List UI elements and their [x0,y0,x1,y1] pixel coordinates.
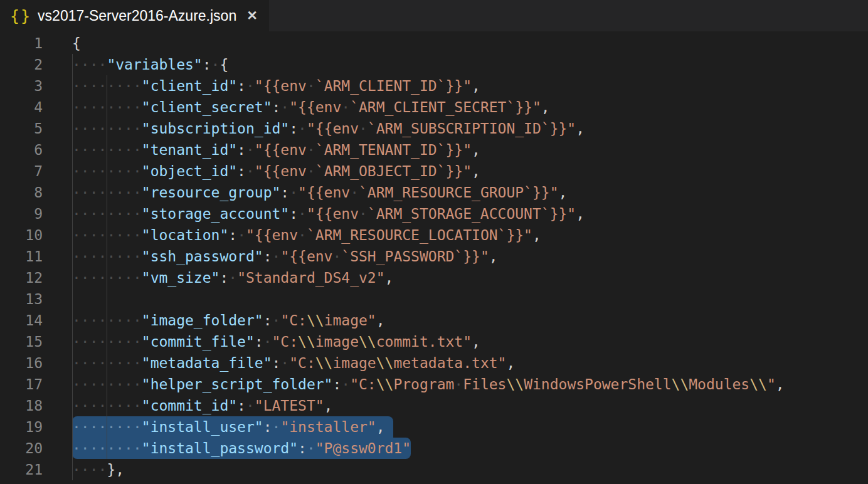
code-token: "client_secret" [142,99,272,115]
code-token: · [263,334,272,350]
code-token: "{{env [307,120,359,137]
line-number: 17 [0,374,43,395]
code-line[interactable]: ········"metadata_file":·"C:\\image\\met… [72,352,515,374]
code-token: , [489,248,498,265]
code-token: , [324,397,333,414]
code-line[interactable]: { [72,33,81,54]
code-token: `ARM_CLIENT_SECRET`}}" [350,99,541,115]
code-line[interactable]: ········"install_user":·"installer", [72,416,385,438]
code-token: \\ [749,376,767,392]
code-token: : [272,355,281,371]
code-token: `ARM_OBJECT_ID`}}" [315,163,472,179]
editor[interactable]: 1{2····"variables":·{3········"client_id… [0,31,868,484]
line-number: 2 [0,54,43,75]
code-line[interactable]: ········"client_secret":·"{{env·`ARM_CLI… [72,97,550,118]
code-token: , [472,78,480,94]
code-token: metadata.txt" [393,355,506,371]
code-token: : [237,142,246,158]
code-token: ···· [72,461,107,478]
code-token: "{{env [246,227,298,243]
line-number: 21 [0,459,43,480]
code-token: WindowsPowerShell [524,376,671,392]
line-number: 8 [0,182,43,203]
code-token: \\ [506,376,524,392]
code-token: , [506,355,515,371]
code-token: \\ [672,376,689,392]
code-token: `ARM_TENANT_ID`}}" [315,142,472,158]
code-token: ········ [72,163,142,179]
line-number: 4 [0,97,43,118]
code-token: : [228,227,237,243]
code-line[interactable]: ········"storage_account":·"{{env·`ARM_S… [72,203,585,224]
code-token: "location" [142,227,228,243]
code-token: "{{env [298,184,350,201]
code-token: : [289,120,298,137]
code-token: · [454,376,463,392]
tab-vs2017-server2016-azure-json[interactable]: {} vs2017-Server2016-Azure.json ✕ [0,0,269,31]
code-token: image" [324,312,376,329]
code-token: }, [107,461,124,478]
code-token: ········ [72,184,142,201]
code-token: · [246,397,255,414]
code-line[interactable]: ········"vm_size":·"Standard_DS4_v2", [72,267,393,288]
code-token: \\ [359,334,376,350]
code-line[interactable]: ········"commit_file":·"C:\\image\\commi… [72,331,480,352]
code-token: "C: [280,312,307,329]
code-token: ········ [72,440,142,456]
code-line[interactable]: ········"subscription_id":·"{{env·`ARM_S… [72,118,585,139]
code-token: : [263,419,272,435]
code-line[interactable]: ········"commit_id":·"LATEST", [72,395,332,416]
code-token: \\ [298,334,315,350]
code-token: , [472,142,480,158]
code-line[interactable]: ········"resource_group":·"{{env·`ARM_RE… [72,182,567,203]
code-token: { [220,56,228,73]
code-token: ········ [72,206,142,222]
code-token: "install_user" [142,419,263,435]
code-token: · [280,355,289,371]
code-line[interactable]: ········"install_password":·"P@ssw0rd1" [72,438,411,459]
code-token: ···· [72,56,107,73]
code-token: image [315,334,359,350]
code-token: ········ [72,78,142,94]
code-line[interactable]: ····"variables":·{ [72,54,228,75]
code-token: · [307,142,315,158]
code-token: · [341,99,350,115]
line-number: 9 [0,203,43,224]
json-braces-icon: {} [10,7,31,25]
code-token: ········ [72,355,142,371]
code-token: "LATEST" [255,397,324,414]
code-token: Files [463,376,506,392]
code-token: image [332,355,376,371]
code-token: `SSH_PASSWORD`}}" [341,248,489,265]
line-number: 5 [0,118,43,139]
code-token: · [246,142,255,158]
code-token: · [359,206,368,222]
line-number: 10 [0,224,43,246]
code-line[interactable]: ········"tenant_id":·"{{env·`ARM_TENANT_… [72,139,480,160]
code-token: · [298,206,307,222]
code-token: , [559,184,568,201]
code-token: "ssh_password" [142,248,263,265]
code-token: · [298,227,307,243]
code-line[interactable]: ········"ssh_password":·"{{env·`SSH_PASS… [72,246,498,267]
code-token: "object_id" [142,163,237,179]
code-line[interactable]: ········"location":·"{{env·`ARM_RESOURCE… [72,224,541,246]
code-token: `ARM_SUBSCRIPTION_ID`}}" [368,120,576,137]
code-line[interactable]: ········"helper_script_folder":·"C:\\Pro… [72,374,785,395]
code-token: "{{env [307,206,359,222]
code-line[interactable]: ········"image_folder":·"C:\\image", [72,310,385,331]
code-token: · [359,120,368,137]
code-token: "P@ssw0rd1" [315,440,411,456]
code-token: "Standard_DS4_v2" [237,270,384,286]
code-token: "variables" [107,56,202,73]
code-line[interactable]: ········"client_id":·"{{env·`ARM_CLIENT_… [72,75,480,97]
code-token: · [237,227,246,243]
code-line[interactable]: ········"object_id":·"{{env·`ARM_OBJECT_… [72,160,480,182]
code-token: \\ [315,355,333,371]
code-token: "tenant_id" [142,142,237,158]
tab-close-icon[interactable]: ✕ [246,8,258,23]
code-token: , [376,419,385,435]
code-line[interactable]: ····}, [72,459,124,480]
code-token: , [472,163,480,179]
code-token: ········ [72,248,142,265]
